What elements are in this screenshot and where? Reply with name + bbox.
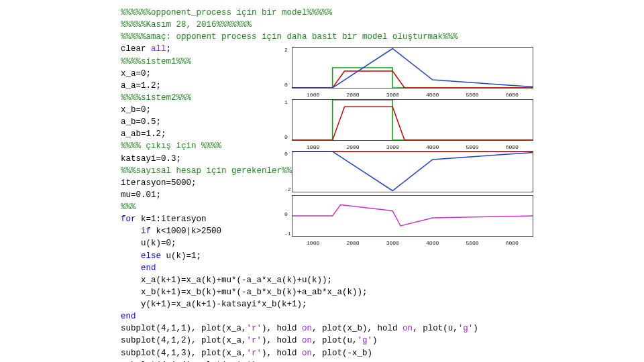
xtick-label: 4000 bbox=[413, 143, 452, 152]
xtick-label: 6000 bbox=[492, 143, 532, 152]
xtick-label: 3000 bbox=[373, 143, 413, 152]
code-line: x_b(k+1)=x_b(k)+mu*(-a_b*x_b(k)+a_ab*x_a… bbox=[121, 286, 523, 298]
xtick-label: 2000 bbox=[333, 91, 372, 99]
ytick: 0 bbox=[284, 81, 288, 89]
xticks-1: 100020003000400050006000 bbox=[292, 91, 533, 99]
code-line: subplot(4,1,2), plot(x_a,'r'), hold on, … bbox=[121, 335, 523, 347]
charts-panel: 2 0 100020003000400050006000 1 0 1000200… bbox=[292, 47, 533, 247]
xtick-label: 4000 bbox=[413, 239, 452, 247]
ytick: -2 bbox=[284, 186, 291, 194]
xticks-2: 100020003000400050006000 bbox=[292, 143, 533, 152]
code-line: end bbox=[121, 310, 523, 322]
xtick-label: 5000 bbox=[452, 239, 492, 247]
code-line: else u(k)=1; bbox=[121, 250, 523, 262]
code-line: x_a(k+1)=x_a(k)+mu*(-a_a*x_a(k)+u(k)); bbox=[121, 274, 523, 286]
code-line: subplot(4,1,4), plot(y,'m'), bbox=[121, 359, 523, 362]
ytick: 2 bbox=[284, 46, 288, 54]
ytick: 0 bbox=[284, 210, 288, 219]
xtick-label: 1000 bbox=[293, 239, 333, 247]
code-line: end bbox=[121, 262, 523, 274]
code-line: %%%%%Kasım 28, 2016%%%%%%% bbox=[121, 19, 523, 31]
ytick: 0 bbox=[284, 133, 288, 141]
code-line: y(k+1)=x_a(k+1)-katsayi*x_b(k+1); bbox=[121, 298, 523, 310]
subplot-1: 2 0 bbox=[292, 47, 533, 88]
code-line: %%%%%amaç: opponent process için daha ba… bbox=[121, 31, 523, 43]
xtick-label: 1000 bbox=[293, 91, 333, 99]
subplot-3: 0 -2 bbox=[292, 151, 533, 192]
xtick-label: 2000 bbox=[333, 239, 372, 247]
ytick: 1 bbox=[284, 99, 288, 107]
ytick: 0 bbox=[284, 150, 288, 158]
code-line: subplot(4,1,3), plot(x_a,'r'), hold on, … bbox=[121, 347, 523, 359]
xticks-4: 100020003000400050006000 bbox=[292, 239, 533, 247]
xtick-label: 3000 bbox=[373, 239, 413, 247]
xtick-label: 5000 bbox=[452, 91, 492, 99]
xtick-label: 1000 bbox=[293, 143, 333, 152]
xtick-label: 3000 bbox=[373, 91, 413, 99]
subplot-4: 0 -1 bbox=[292, 195, 533, 237]
xtick-label: 6000 bbox=[492, 239, 532, 247]
subplot-2: 1 0 bbox=[292, 99, 533, 141]
code-line: subplot(4,1,1), plot(x_a,'r'), hold on, … bbox=[121, 322, 523, 335]
xtick-label: 4000 bbox=[413, 91, 452, 99]
ytick: -1 bbox=[284, 230, 291, 238]
xtick-label: 5000 bbox=[452, 143, 492, 152]
xtick-label: 2000 bbox=[333, 143, 372, 152]
code-line: %%%%%%opponent_process için bir model%%%… bbox=[121, 7, 523, 19]
xtick-label: 6000 bbox=[492, 91, 532, 99]
